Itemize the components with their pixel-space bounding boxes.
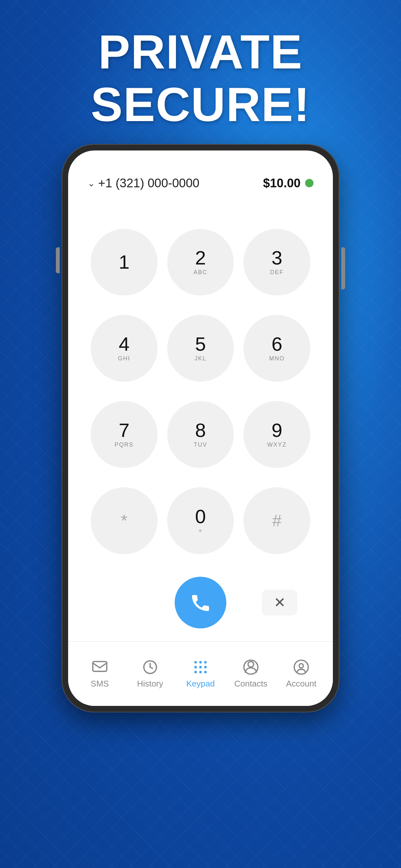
svg-rect-0 xyxy=(93,661,106,671)
svg-point-3 xyxy=(199,661,202,663)
dialed-number-display xyxy=(84,197,317,222)
phone-number-display[interactable]: ⌄ +1 (321) 000-0000 xyxy=(88,176,199,190)
phone-number-text: +1 (321) 000-0000 xyxy=(98,176,199,190)
phone-container: ⌄ +1 (321) 000-0000 $10.00 1 2 xyxy=(0,144,401,712)
sms-icon xyxy=(91,659,108,676)
svg-point-6 xyxy=(199,666,202,669)
key-2[interactable]: 2 ABC xyxy=(167,229,234,296)
bottom-navigation: SMS History xyxy=(68,641,333,706)
svg-point-5 xyxy=(194,666,197,669)
nav-item-sms[interactable]: SMS xyxy=(74,652,125,695)
backspace-icon: ✕ xyxy=(274,594,286,611)
contacts-icon xyxy=(243,659,259,676)
account-icon xyxy=(293,659,310,676)
key-hash[interactable]: # xyxy=(243,487,310,554)
balance-text: $10.00 xyxy=(263,176,301,190)
phone-screen: ⌄ +1 (321) 000-0000 $10.00 1 2 xyxy=(68,151,333,706)
nav-label-contacts: Contacts xyxy=(235,679,268,689)
chevron-down-icon: ⌄ xyxy=(88,178,95,189)
svg-point-14 xyxy=(299,663,304,668)
nav-item-history[interactable]: History xyxy=(125,652,175,695)
key-5[interactable]: 5 JKL xyxy=(167,315,234,382)
svg-point-8 xyxy=(194,671,197,673)
action-row: ✕ xyxy=(84,570,317,641)
svg-point-7 xyxy=(204,666,207,669)
status-dot xyxy=(305,179,313,187)
svg-point-11 xyxy=(248,661,253,667)
key-6[interactable]: 6 MNO xyxy=(243,315,310,382)
call-button[interactable] xyxy=(175,577,226,628)
nav-item-keypad[interactable]: Keypad xyxy=(175,652,226,695)
nav-label-keypad: Keypad xyxy=(186,679,215,689)
svg-point-4 xyxy=(204,661,207,663)
key-3[interactable]: 3 DEF xyxy=(243,229,310,296)
key-4[interactable]: 4 GHI xyxy=(91,315,158,382)
backspace-button[interactable]: ✕ xyxy=(262,590,297,616)
headline-line2: SECURE! xyxy=(91,78,310,131)
screen-content: ⌄ +1 (321) 000-0000 $10.00 1 2 xyxy=(68,151,333,641)
svg-point-9 xyxy=(199,671,202,673)
key-8[interactable]: 8 TUV xyxy=(167,401,234,468)
history-icon xyxy=(142,659,158,676)
key-star[interactable]: * xyxy=(91,487,158,554)
key-0[interactable]: 0 + xyxy=(167,487,234,554)
nav-label-sms: SMS xyxy=(91,679,109,689)
keypad-grid: 1 2 ABC 3 DEF 4 GHI xyxy=(84,222,317,570)
key-7[interactable]: 7 PQRS xyxy=(91,401,158,468)
headline-line1: PRIVATE xyxy=(98,25,303,79)
svg-point-10 xyxy=(204,671,207,673)
phone-frame: ⌄ +1 (321) 000-0000 $10.00 1 2 xyxy=(62,144,339,712)
nav-label-history: History xyxy=(137,679,163,689)
svg-point-2 xyxy=(194,661,197,663)
key-1[interactable]: 1 xyxy=(91,229,158,296)
balance-area: $10.00 xyxy=(263,176,313,190)
nav-item-account[interactable]: Account xyxy=(276,652,327,695)
status-bar: ⌄ +1 (321) 000-0000 $10.00 xyxy=(84,166,317,197)
nav-label-account: Account xyxy=(286,679,316,689)
key-9[interactable]: 9 WXYZ xyxy=(243,401,310,468)
svg-point-13 xyxy=(294,660,308,674)
headline-section: PRIVATE SECURE! xyxy=(0,0,401,144)
keypad-icon xyxy=(192,659,209,676)
nav-item-contacts[interactable]: Contacts xyxy=(226,652,276,695)
phone-icon xyxy=(189,591,212,614)
